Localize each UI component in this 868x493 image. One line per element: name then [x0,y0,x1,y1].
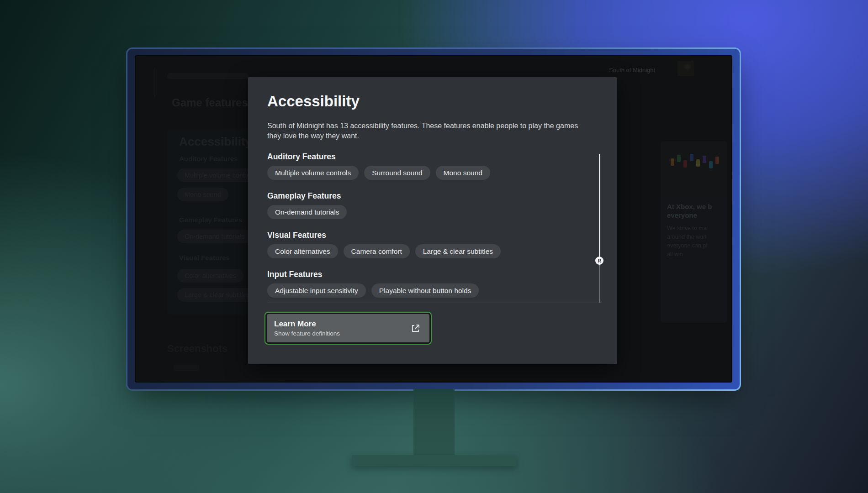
monitor-frame: South of Midnight Game features Accessib… [127,49,740,389]
feature-pill: Camera comfort [344,244,410,258]
feature-pill: Color alternatives [267,244,338,258]
feature-pill: Adjustable input sensitivity [267,283,366,298]
dialog-description: South of Midnight has 13 accessibility f… [267,121,582,141]
monitor-bezel: South of Midnight Game features Accessib… [135,55,732,383]
feature-sections: Auditory Features Multiple volume contro… [267,152,501,309]
feature-pill: Multiple volume controls [267,166,359,180]
monitor-stand-neck [413,389,455,456]
accessibility-dialog: Accessibility South of Midnight has 13 a… [248,77,617,364]
monitor: South of Midnight Game features Accessib… [126,47,741,391]
monitor-stand-base [352,455,516,466]
scrollbar-remaining [599,265,600,303]
desktop-wallpaper: { "window": { "title": "South of Midnigh… [0,0,868,493]
right-stick-scroll-icon: R [595,257,603,265]
external-link-icon [410,323,421,334]
scrollbar-filled [599,154,600,257]
content-divider [267,303,602,303]
learn-more-label: Learn More [274,320,410,329]
feature-pill: Playable without button holds [371,283,479,298]
feature-pill: Large & clear subtitles [415,244,501,258]
learn-more-button[interactable]: Learn More Show feature definitions [265,312,432,345]
section-label: Gameplay Features [267,191,501,200]
feature-pill: Surround sound [364,166,430,180]
feature-pill: On-demand tutorials [267,205,347,219]
scrollbar[interactable]: R [598,154,600,301]
section-input: Input Features Adjustable input sensitiv… [267,270,501,298]
section-label: Input Features [267,270,501,279]
section-gameplay: Gameplay Features On-demand tutorials [267,191,501,219]
section-auditory: Auditory Features Multiple volume contro… [267,152,501,180]
section-label: Auditory Features [267,152,501,161]
section-visual: Visual Features Color alternatives Camer… [267,231,501,258]
dialog-title: Accessibility [267,93,360,110]
learn-more-sublabel: Show feature definitions [274,330,410,337]
feature-pill: Mono sound [436,166,490,180]
xbox-app-screen: South of Midnight Game features Accessib… [136,56,731,382]
section-label: Visual Features [267,231,501,240]
